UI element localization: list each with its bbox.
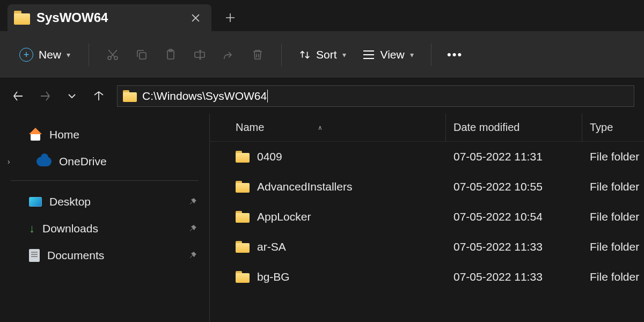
back-button[interactable] xyxy=(10,87,27,105)
sort-button[interactable]: Sort ▾ xyxy=(292,44,353,65)
table-row[interactable]: ar-SA07-05-2022 11:33File folder xyxy=(210,232,644,262)
sidebar-item-label: Home xyxy=(49,128,79,141)
view-icon xyxy=(362,49,375,61)
separator xyxy=(11,180,199,181)
table-row[interactable]: AdvancedInstallers07-05-2022 10:55File f… xyxy=(210,172,644,202)
chevron-down-icon: ▾ xyxy=(342,50,346,59)
chevron-down-icon: ▾ xyxy=(67,50,70,59)
column-header-type[interactable]: Type xyxy=(582,114,644,141)
tab-bar: SysWOW64 xyxy=(0,0,644,31)
chevron-right-icon[interactable]: › xyxy=(8,157,17,166)
file-type: File folder xyxy=(582,240,644,253)
rename-icon[interactable] xyxy=(187,42,213,68)
pin-icon xyxy=(189,224,197,233)
tab-title: SysWOW64 xyxy=(36,10,181,25)
table-row[interactable]: AppLocker07-05-2022 10:54File folder xyxy=(210,202,644,232)
column-header-date[interactable]: Date modified xyxy=(446,114,582,141)
file-date: 07-05-2022 11:33 xyxy=(446,270,582,283)
folder-icon xyxy=(123,90,137,102)
sidebar-item-documents[interactable]: Documents xyxy=(0,242,209,269)
file-type: File folder xyxy=(582,210,644,223)
sidebar-item-desktop[interactable]: Desktop xyxy=(0,188,209,215)
delete-icon[interactable] xyxy=(245,42,270,68)
file-name: 0409 xyxy=(257,150,282,163)
download-icon: ↓ xyxy=(29,222,35,236)
cut-icon[interactable] xyxy=(100,42,126,68)
home-icon xyxy=(29,129,42,141)
up-button[interactable] xyxy=(90,87,107,105)
column-header-name[interactable]: Name ∧ xyxy=(210,114,446,141)
folder-icon xyxy=(236,241,250,253)
sidebar: Home › OneDrive Desktop ↓ Downloads Docu… xyxy=(0,114,209,322)
desktop-icon xyxy=(29,197,42,207)
plus-circle-icon: + xyxy=(19,48,33,62)
svg-rect-5 xyxy=(195,52,204,57)
sidebar-item-home[interactable]: Home xyxy=(0,121,209,148)
address-row: C:\Windows\SysWOW64 xyxy=(0,78,644,114)
new-button[interactable]: + New ▾ xyxy=(12,43,78,66)
more-button[interactable]: ••• xyxy=(442,42,468,68)
file-date: 07-05-2022 11:33 xyxy=(446,240,582,253)
column-headers: Name ∧ Date modified Type xyxy=(210,114,644,142)
table-row[interactable]: 040907-05-2022 11:31File folder xyxy=(210,142,644,172)
new-button-label: New xyxy=(39,48,61,61)
file-name: bg-BG xyxy=(257,270,290,283)
table-row[interactable]: bg-BG07-05-2022 11:33File folder xyxy=(210,262,644,292)
svg-point-0 xyxy=(108,56,111,60)
file-type: File folder xyxy=(582,150,644,163)
sidebar-item-label: Desktop xyxy=(49,195,91,208)
folder-icon xyxy=(236,181,250,193)
folder-icon xyxy=(236,211,250,223)
separator xyxy=(89,43,89,66)
file-type: File folder xyxy=(582,180,644,193)
view-button[interactable]: View ▾ xyxy=(356,44,420,65)
file-name: AppLocker xyxy=(257,210,311,223)
sidebar-item-label: Downloads xyxy=(42,222,98,235)
sort-icon xyxy=(299,49,311,61)
paste-icon[interactable] xyxy=(158,42,184,68)
folder-icon xyxy=(14,11,30,25)
sidebar-item-downloads[interactable]: ↓ Downloads xyxy=(0,215,209,242)
chevron-down-icon: ▾ xyxy=(410,50,414,59)
cloud-icon xyxy=(36,157,52,166)
file-name: ar-SA xyxy=(257,240,286,253)
file-date: 07-05-2022 10:54 xyxy=(446,210,582,223)
close-icon[interactable] xyxy=(188,10,203,25)
main: Home › OneDrive Desktop ↓ Downloads Docu… xyxy=(0,114,644,322)
toolbar: + New ▾ Sort ▾ View ▾ ••• xyxy=(0,31,644,78)
svg-point-1 xyxy=(114,56,118,60)
address-bar[interactable]: C:\Windows\SysWOW64 xyxy=(117,85,634,107)
folder-icon xyxy=(236,271,250,283)
view-label: View xyxy=(380,48,405,61)
share-icon[interactable] xyxy=(216,42,241,68)
address-path: C:\Windows\SysWOW64 xyxy=(142,90,268,103)
separator xyxy=(431,43,431,66)
svg-rect-2 xyxy=(140,53,146,59)
file-date: 07-05-2022 10:55 xyxy=(446,180,582,193)
separator xyxy=(281,43,282,66)
tab-active[interactable]: SysWOW64 xyxy=(8,4,211,31)
recent-dropdown[interactable] xyxy=(63,87,80,105)
sort-asc-icon: ∧ xyxy=(318,124,323,131)
file-date: 07-05-2022 11:31 xyxy=(446,150,582,163)
file-type: File folder xyxy=(582,270,644,283)
file-list: Name ∧ Date modified Type 040907-05-2022… xyxy=(209,114,644,322)
pin-icon xyxy=(189,197,197,206)
sidebar-item-label: OneDrive xyxy=(59,155,107,168)
sidebar-item-onedrive[interactable]: › OneDrive xyxy=(0,148,209,175)
pin-icon xyxy=(189,251,197,260)
sidebar-item-label: Documents xyxy=(47,249,104,262)
document-icon xyxy=(29,249,40,262)
forward-button[interactable] xyxy=(36,87,54,105)
sort-label: Sort xyxy=(316,48,337,61)
copy-icon[interactable] xyxy=(129,42,155,68)
new-tab-button[interactable] xyxy=(218,5,243,30)
folder-icon xyxy=(236,151,250,163)
file-name: AdvancedInstallers xyxy=(257,180,352,193)
